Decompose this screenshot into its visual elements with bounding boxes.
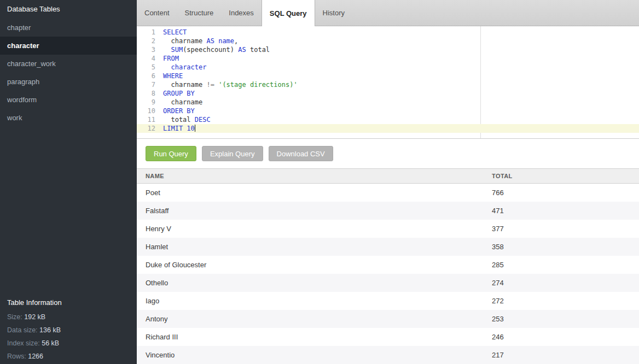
column-header-total[interactable]: TOTAL <box>492 173 639 179</box>
result-row[interactable]: Duke of Gloucester285 <box>137 256 639 274</box>
result-row[interactable]: Antony253 <box>137 310 639 328</box>
code-lines: 1SELECT2 charname AS name,3 SUM(speechco… <box>137 28 639 133</box>
line-number: 6 <box>137 72 163 80</box>
run-query-button[interactable]: Run Query <box>146 146 196 161</box>
code-line-1[interactable]: 1SELECT <box>137 28 639 37</box>
result-row[interactable]: Poet766 <box>137 184 639 202</box>
code-line-3[interactable]: 3 SUM(speechcount) AS total <box>137 45 639 54</box>
line-number: 2 <box>137 37 163 45</box>
result-row[interactable]: Vincentio217 <box>137 346 639 364</box>
sidebar: Database Tables chaptercharactercharacte… <box>0 0 137 364</box>
line-number: 7 <box>137 80 163 89</box>
code-line-9[interactable]: 9 charname <box>137 98 639 107</box>
line-number: 5 <box>137 63 163 72</box>
result-cell-total: 246 <box>492 333 639 341</box>
line-number: 10 <box>137 107 163 115</box>
table-info-row: Data size: 136 kB <box>0 324 137 337</box>
sidebar-table-paragraph[interactable]: paragraph <box>0 73 137 91</box>
line-number: 3 <box>137 45 163 54</box>
result-cell-total: 285 <box>492 261 639 269</box>
result-row[interactable]: Henry V377 <box>137 220 639 238</box>
results-table: NAME TOTAL Poet766Falstaff471Henry V377H… <box>137 168 639 364</box>
code-text: charname AS name, <box>163 37 238 45</box>
code-text: GROUP BY <box>163 89 195 98</box>
code-line-7[interactable]: 7 charname != '(stage directions)' <box>137 80 639 89</box>
result-row[interactable]: Hamlet358 <box>137 238 639 256</box>
line-number: 11 <box>137 115 163 124</box>
code-text: LIMIT 10 <box>163 124 195 133</box>
result-cell-total: 272 <box>492 297 639 305</box>
table-information-rows: Size: 192 kBData size: 136 kBIndex size:… <box>0 310 137 363</box>
table-info-value: 192 kB <box>24 313 45 321</box>
result-cell-total: 253 <box>492 315 639 323</box>
line-number: 12 <box>137 124 163 133</box>
results-body: Poet766Falstaff471Henry V377Hamlet358Duk… <box>137 184 639 364</box>
code-text: total DESC <box>163 115 211 124</box>
tab-sql-query[interactable]: SQL Query <box>262 0 315 26</box>
line-number: 9 <box>137 98 163 107</box>
tab-bar: ContentStructureIndexesSQL QueryHistory <box>137 0 639 26</box>
text-cursor <box>195 125 195 132</box>
code-text: FROM <box>163 54 179 63</box>
code-line-2[interactable]: 2 charname AS name, <box>137 37 639 45</box>
result-cell-name: Antony <box>137 315 492 323</box>
sidebar-spacer <box>0 127 137 293</box>
result-cell-total: 217 <box>492 351 639 359</box>
code-line-10[interactable]: 10ORDER BY <box>137 107 639 115</box>
table-info-label: Size: <box>7 313 24 321</box>
code-line-11[interactable]: 11 total DESC <box>137 115 639 124</box>
download-csv-button[interactable]: Download CSV <box>269 146 333 161</box>
result-row[interactable]: Falstaff471 <box>137 202 639 220</box>
result-cell-name: Henry V <box>137 225 492 233</box>
code-text: SUM(speechcount) AS total <box>163 45 270 54</box>
table-list: chaptercharactercharacter_workparagraphw… <box>0 19 137 127</box>
table-info-label: Data size: <box>7 326 39 334</box>
code-text: ORDER BY <box>163 107 195 115</box>
line-number: 8 <box>137 89 163 98</box>
sql-editor[interactable]: 1SELECT2 charname AS name,3 SUM(speechco… <box>137 26 639 139</box>
result-cell-total: 766 <box>492 189 639 197</box>
sidebar-title: Database Tables <box>0 0 137 19</box>
result-cell-name: Othello <box>137 279 492 287</box>
sidebar-table-work[interactable]: work <box>0 109 137 127</box>
code-text: WHERE <box>163 72 183 80</box>
result-cell-total: 377 <box>492 225 639 233</box>
code-line-4[interactable]: 4FROM <box>137 54 639 63</box>
code-text: charname <box>163 98 202 107</box>
tab-indexes[interactable]: Indexes <box>221 0 262 26</box>
code-text: SELECT <box>163 28 187 37</box>
sidebar-table-chapter[interactable]: chapter <box>0 19 137 37</box>
main-panel: ContentStructureIndexesSQL QueryHistory … <box>137 0 639 364</box>
query-toolbar: Run Query Explain Query Download CSV <box>137 139 639 168</box>
code-line-8[interactable]: 8GROUP BY <box>137 89 639 98</box>
sidebar-table-character_work[interactable]: character_work <box>0 55 137 73</box>
column-header-name[interactable]: NAME <box>137 173 492 179</box>
result-cell-name: Richard III <box>137 333 492 341</box>
result-row[interactable]: Richard III246 <box>137 328 639 346</box>
tab-content[interactable]: Content <box>137 0 177 26</box>
table-info-value: 56 kB <box>42 339 59 347</box>
result-cell-name: Poet <box>137 189 492 197</box>
result-cell-name: Iago <box>137 297 492 305</box>
result-row[interactable]: Othello274 <box>137 274 639 292</box>
explain-query-button[interactable]: Explain Query <box>202 146 263 161</box>
sidebar-table-character[interactable]: character <box>0 37 137 55</box>
result-cell-total: 274 <box>492 279 639 287</box>
table-information-title: Table Information <box>0 293 137 310</box>
result-row[interactable]: Iago272 <box>137 292 639 310</box>
line-number: 1 <box>137 28 163 37</box>
code-line-5[interactable]: 5 character <box>137 63 639 72</box>
code-line-12[interactable]: 12LIMIT 10 <box>137 124 639 133</box>
tab-history[interactable]: History <box>315 0 352 26</box>
result-cell-name: Falstaff <box>137 207 492 215</box>
table-info-row: Size: 192 kB <box>0 310 137 324</box>
tab-structure[interactable]: Structure <box>177 0 222 26</box>
table-info-label: Rows: <box>7 353 28 360</box>
sidebar-table-wordform[interactable]: wordform <box>0 91 137 109</box>
table-information-panel: Table Information Size: 192 kBData size:… <box>0 293 137 364</box>
table-info-value: 1266 <box>28 353 43 360</box>
table-info-label: Index size: <box>7 339 42 347</box>
table-info-value: 136 kB <box>39 326 61 334</box>
result-cell-total: 471 <box>492 207 639 215</box>
code-line-6[interactable]: 6WHERE <box>137 72 639 80</box>
